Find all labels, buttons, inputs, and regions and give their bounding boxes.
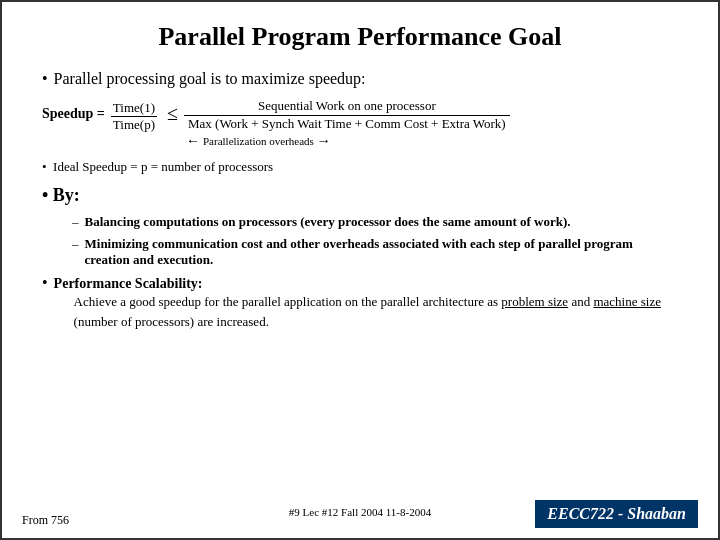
main-bullet-row: • Parallel processing goal is to maximiz… (42, 70, 678, 88)
dash-1: – (72, 214, 79, 230)
slide: Parallel Program Performance Goal • Para… (0, 0, 720, 540)
from-label: From 756 (22, 513, 69, 528)
speedup-fraction: Time(1) Time(p) (111, 100, 157, 133)
slide-title: Parallel Program Performance Goal (42, 22, 678, 52)
eecc-box: EECC722 - Shaaban (535, 500, 698, 528)
speedup-label: Speedup = (42, 106, 105, 122)
perf-bullet-row: • Performance Scalability: Achieve a goo… (42, 274, 678, 331)
machine-size-text: machine size (593, 294, 661, 309)
fraction-denominator: Time(p) (111, 117, 157, 133)
arrow-left-icon: ← (186, 133, 200, 149)
perf-bullet-dot: • (42, 274, 48, 292)
perf-section: Performance Scalability: Achieve a good … (54, 274, 678, 331)
rhs-numerator: Sequential Work on one processor (184, 98, 510, 116)
sub-bullet-1: – Balancing computations on processors (… (72, 214, 678, 230)
sub-text-2: Minimizing communication cost and other … (85, 236, 679, 268)
ideal-bullet: • (42, 159, 47, 174)
sub-text-1: Balancing computations on processors (ev… (85, 214, 571, 230)
by-bullet: • By: (42, 185, 678, 206)
dash-2: – (72, 236, 79, 252)
rhs-denominator: Max (Work + Synch Wait Time + Comm Cost … (184, 116, 510, 132)
footer-center-text: #9 Lec #12 Fall 2004 11-8-2004 (289, 506, 431, 518)
parallelization-row: ← Parallelization overheads → (186, 133, 331, 149)
arrow-right-icon: → (317, 133, 331, 149)
ideal-text: Ideal Speedup = p = number of processors (53, 159, 273, 174)
fraction-numerator: Time(1) (111, 100, 157, 117)
problem-size-text: problem size (501, 294, 568, 309)
footer: From 756 #9 Lec #12 Fall 2004 11-8-2004 … (2, 500, 718, 528)
bullet-dot-1: • (42, 70, 48, 88)
sub-bullet-2: – Minimizing communication cost and othe… (72, 236, 678, 268)
rhs-block: Sequential Work on one processor Max (Wo… (184, 98, 510, 149)
perf-title: Performance Scalability: (54, 276, 203, 291)
ideal-speedup-line: • Ideal Speedup = p = number of processo… (42, 159, 678, 175)
speedup-section: Speedup = Time(1) Time(p) ≤ Sequential W… (42, 98, 678, 149)
leq-symbol: ≤ (167, 102, 178, 125)
parallelization-label: Parallelization overheads (203, 135, 314, 147)
perf-text: Achieve a good speedup for the parallel … (74, 292, 678, 331)
main-bullet-text: Parallel processing goal is to maximize … (54, 70, 366, 88)
